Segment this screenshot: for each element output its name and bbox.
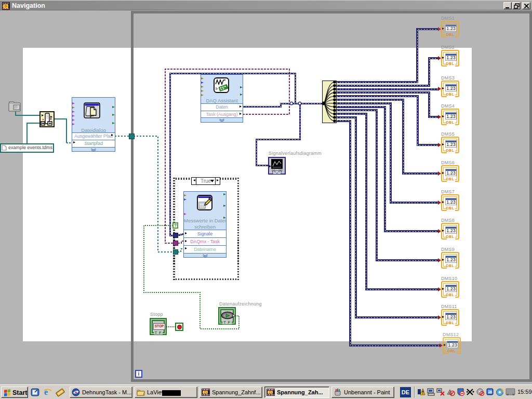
svg-text:dB: dB	[488, 391, 492, 394]
